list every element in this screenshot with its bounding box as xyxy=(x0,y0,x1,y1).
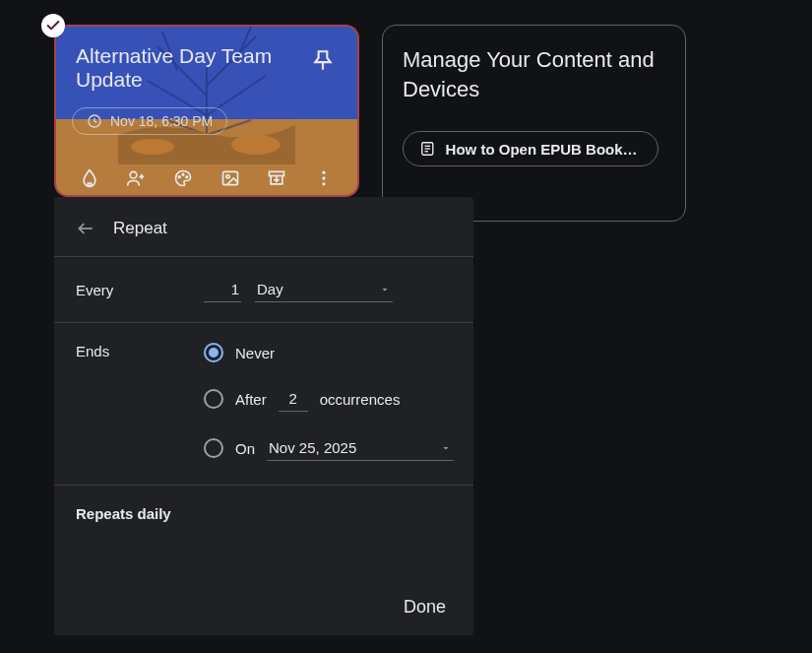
ends-on-option[interactable]: On Nov 25, 2025 xyxy=(204,435,454,461)
svg-rect-13 xyxy=(88,183,91,186)
ends-label: Ends xyxy=(76,343,204,485)
ends-after-suffix: occurrences xyxy=(320,391,401,408)
radio-selected-icon xyxy=(204,343,223,362)
chevron-down-icon xyxy=(379,284,391,295)
chevron-down-icon xyxy=(440,442,452,454)
note-reminder-chip[interactable]: Nov 18, 6:30 PM xyxy=(72,107,227,135)
add-collaborator-icon[interactable] xyxy=(125,167,147,189)
svg-point-26 xyxy=(322,182,325,185)
epub-link-chip[interactable]: How to Open EPUB Books o… xyxy=(403,131,658,166)
ends-after-option[interactable]: After occurrences xyxy=(204,386,454,412)
ends-on-prefix: On xyxy=(235,440,255,457)
every-unit-value: Day xyxy=(257,281,283,297)
svg-point-10 xyxy=(231,135,281,155)
svg-point-17 xyxy=(179,176,181,178)
repeat-title: Repeat xyxy=(113,219,167,238)
note-toolbar xyxy=(56,167,357,189)
svg-point-25 xyxy=(322,176,325,179)
svg-rect-22 xyxy=(270,171,284,175)
back-icon[interactable] xyxy=(76,219,95,238)
svg-point-21 xyxy=(226,175,229,178)
pin-icon[interactable] xyxy=(310,48,336,74)
repeat-summary: Repeats daily xyxy=(54,486,473,522)
svg-point-24 xyxy=(322,171,325,174)
image-icon[interactable] xyxy=(219,167,241,189)
article-icon xyxy=(419,140,436,158)
note-card[interactable]: Alternative Day Team Update Nov 18, 6:30… xyxy=(54,25,359,197)
ends-after-prefix: After xyxy=(235,391,267,408)
radio-icon xyxy=(204,438,223,458)
repeat-panel: Repeat Every Day Ends Never After occurr… xyxy=(54,197,473,635)
content-devices-card[interactable]: Manage Your Content and Devices How to O… xyxy=(382,25,686,222)
svg-point-14 xyxy=(131,171,138,178)
note-reminder-text: Nov 18, 6:30 PM xyxy=(110,113,213,129)
every-unit-select[interactable]: Day xyxy=(255,277,393,302)
svg-point-19 xyxy=(186,176,188,178)
selected-check-badge xyxy=(41,14,65,37)
every-value-input[interactable] xyxy=(204,277,241,302)
svg-point-9 xyxy=(131,139,174,155)
ends-on-date-value: Nov 25, 2025 xyxy=(269,439,356,456)
svg-point-18 xyxy=(182,173,184,175)
ends-after-value-input[interactable] xyxy=(279,386,308,412)
clock-icon xyxy=(87,113,102,129)
remind-icon[interactable] xyxy=(79,167,100,189)
ends-never-label: Never xyxy=(235,345,275,361)
content-devices-title: Manage Your Content and Devices xyxy=(403,45,665,103)
every-label: Every xyxy=(76,282,204,298)
radio-icon xyxy=(204,389,223,409)
epub-link-text: How to Open EPUB Books o… xyxy=(446,141,642,158)
palette-icon[interactable] xyxy=(172,167,194,189)
ends-on-date-select[interactable]: Nov 25, 2025 xyxy=(267,435,454,461)
more-icon[interactable] xyxy=(313,167,335,189)
svg-rect-20 xyxy=(222,171,237,184)
archive-icon[interactable] xyxy=(266,167,287,189)
done-button[interactable]: Done xyxy=(404,597,446,618)
ends-never-option[interactable]: Never xyxy=(204,343,454,362)
